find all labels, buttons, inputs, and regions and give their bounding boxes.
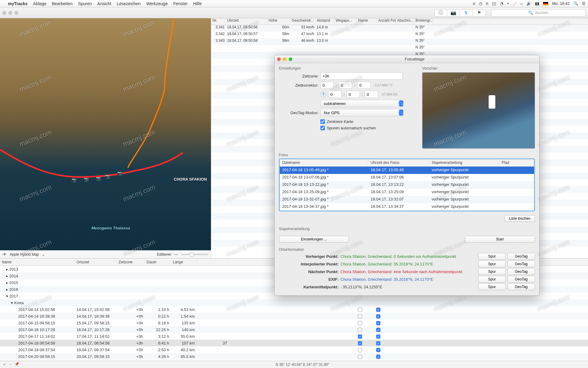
status-icon2[interactable]: ⎚ <box>486 1 488 6</box>
photo-row[interactable]: 2017-04-18 13-25-09.jpg *18.04.17, 13:25… <box>280 189 534 196</box>
photo-row[interactable]: 2017-04-18 13-13-22.jpg *18.04.17, 13:13… <box>280 181 534 189</box>
camera-marker-icon[interactable]: 📷 <box>84 177 89 182</box>
toolbar-flag-button[interactable]: ⚑ <box>473 9 486 16</box>
toolbar-info-button[interactable]: ⓘ <box>434 9 447 16</box>
flag-de-icon[interactable] <box>543 2 548 5</box>
camera-marker-icon[interactable]: 📷 <box>105 174 110 179</box>
col-wegpunkt[interactable]: Wegapu... <box>334 18 357 25</box>
corr-month-input[interactable] <box>339 81 352 89</box>
tcol-name[interactable]: Name <box>0 260 75 264</box>
tcol-dauer[interactable]: Dauer <box>145 260 171 264</box>
checkbox[interactable] <box>358 328 362 332</box>
window-minimize-icon[interactable] <box>9 11 12 15</box>
eye-icon[interactable]: 👁 <box>2 252 7 257</box>
track-row[interactable]: 2017-04-20 09:59:1520.04.17, 09:59:15+3h… <box>0 353 588 360</box>
spur-button[interactable]: Spur <box>478 276 506 283</box>
zeitzone-input[interactable] <box>320 72 403 80</box>
camera-marker-icon[interactable]: 📷 <box>72 178 77 182</box>
corr-hour-input[interactable] <box>328 91 342 98</box>
clear-list-button[interactable]: Liste löschen <box>504 215 535 222</box>
tcol-laenge[interactable]: Länge <box>171 260 197 264</box>
checkbox[interactable] <box>358 321 362 325</box>
corr-year-input[interactable] <box>320 81 334 89</box>
checkbox[interactable] <box>358 334 362 339</box>
menu-werkzeuge[interactable]: Werkzeuge <box>146 1 168 6</box>
checkbox[interactable] <box>376 321 380 325</box>
track-row[interactable]: 2017-04-18 08:54:5818.04.17, 08:54:58+3h… <box>0 340 588 346</box>
clock-icon[interactable]: ◔ <box>500 1 503 6</box>
batch-start-button[interactable]: Start <box>465 236 535 243</box>
wifi-icon[interactable]: ⋰ <box>513 1 517 6</box>
col-name[interactable]: Name <box>357 18 377 25</box>
geotag-mode-select[interactable]: Nur GPS <box>320 109 403 116</box>
volume-icon[interactable]: 🔊 <box>526 1 531 6</box>
checkbox[interactable] <box>376 355 380 359</box>
map-view[interactable]: CHORA SFAKION Mesogeios Thalassa 📷 📷 📷 📷… <box>0 18 211 250</box>
menu-list-icon[interactable]: ☰ <box>582 1 586 6</box>
airplay-icon[interactable]: ⌂ <box>520 1 523 6</box>
photo-row[interactable]: 2017-04-18 13-07-06.jpg *18.04.17, 13:07… <box>280 174 534 181</box>
checkbox[interactable] <box>358 308 362 312</box>
add-button[interactable]: ＋ <box>2 362 6 367</box>
pcol-stapel[interactable]: Stapelverarbeitung <box>429 159 499 166</box>
col-speed[interactable]: Geschwindi... <box>290 18 315 25</box>
track-row[interactable]: 2017-04-15 09:58:1515.04.17, 09:58:15+3h… <box>0 319 588 326</box>
batch-settings-button[interactable]: Einstellungen ... <box>279 236 349 243</box>
checkbox[interactable] <box>358 355 362 359</box>
battery-icon[interactable]: ▮▮ <box>535 1 539 6</box>
dropbox-icon[interactable]: ⧈ <box>473 1 475 6</box>
corr-min-input[interactable] <box>347 91 360 98</box>
col-uhrzeit[interactable]: Uhrzeit <box>226 18 267 25</box>
window-zoom-icon[interactable] <box>15 11 18 15</box>
menu-ansicht[interactable]: Ansicht <box>97 1 111 6</box>
checkbox[interactable] <box>358 314 362 319</box>
corr-day-input[interactable] <box>357 81 371 89</box>
spur-button[interactable]: Spur <box>478 268 506 275</box>
photo-table[interactable]: Dateiname Uhrzeit des Fotos Stapelverarb… <box>279 158 535 211</box>
panel-close-icon[interactable] <box>277 57 281 61</box>
menu-lesezeichen[interactable]: Lesezeichen <box>117 1 141 6</box>
spur-button[interactable]: Spur <box>478 283 506 290</box>
table-row[interactable]: 3.34218.04.17, 09:50:5759m47 km/h13.1 mN… <box>211 32 588 38</box>
spur-button[interactable]: Spur <box>478 253 506 260</box>
geotag-button[interactable]: GeoTag <box>508 253 535 260</box>
checkbox[interactable] <box>358 341 362 345</box>
checkbox[interactable] <box>358 348 362 352</box>
tree-region[interactable]: ▾ Kreta <box>0 299 588 306</box>
table-row[interactable]: 3.34318.04.17, 09:50:5859m46 km/h13.0 mN… <box>211 38 588 45</box>
track-row[interactable]: 2017-04-14 18:39:3814.04.17, 18:39:38+3h… <box>0 313 588 319</box>
pcol-uhrzeit[interactable]: Uhrzeit des Fotos <box>368 159 429 166</box>
menu-clock[interactable]: Mo. 18:42 <box>552 1 570 6</box>
track-row[interactable]: 2017-04-14 15:02:5614.04.17, 15:02:56+3h… <box>0 306 588 313</box>
checkbox[interactable] <box>376 328 380 332</box>
geotag-button[interactable]: GeoTag <box>508 268 535 275</box>
checkbox[interactable] <box>376 334 380 339</box>
checkbox[interactable] <box>376 314 380 319</box>
panel-zoom-icon[interactable] <box>289 57 292 61</box>
toolbar-search[interactable]: 🔍 Suchen <box>491 9 586 16</box>
map-source-select[interactable]: Apple Hybrid Map <box>10 252 39 257</box>
status-icon[interactable]: ◷ <box>479 1 482 6</box>
status-bars-icon[interactable]: ▯▯ <box>492 1 496 6</box>
menu-fenster[interactable]: Fenster <box>173 1 187 6</box>
panel-minimize-icon[interactable] <box>283 57 287 61</box>
photo-row[interactable]: 2017-04-18 13-32-07.jpg *18.04.17, 13:32… <box>280 196 534 203</box>
spur-button[interactable]: Spur <box>478 261 506 267</box>
toolbar-route-button[interactable]: ↯ <box>460 9 473 16</box>
remove-button[interactable]: － <box>9 362 12 367</box>
checkbox[interactable] <box>376 348 380 352</box>
edit-label[interactable]: Editieren <box>157 252 171 257</box>
col-fotos[interactable]: Anzahl Fotos <box>377 18 396 25</box>
table-row[interactable]: 3.34118.04.17, 09:50:5660m51 km/h14.8 mN… <box>211 25 588 32</box>
geotag-button[interactable]: GeoTag <box>508 261 535 267</box>
tcol-ortszeit[interactable]: Ortszeit <box>75 260 117 264</box>
col-nr[interactable]: Nr. <box>211 18 226 25</box>
menu-hilfe[interactable]: Hilfe <box>193 1 202 6</box>
table-row[interactable]: N 35° <box>211 45 588 52</box>
bluetooth-icon[interactable]: ⌖ <box>507 1 509 6</box>
autosearch-checkbox[interactable] <box>320 126 325 130</box>
pcol-pfad[interactable]: Pfad <box>499 159 534 166</box>
menu-bearbeiten[interactable]: Bearbeiten <box>52 1 73 6</box>
col-abschnitt[interactable]: Abschni... <box>396 18 414 25</box>
camera-marker-icon[interactable]: 📷 <box>117 171 122 175</box>
